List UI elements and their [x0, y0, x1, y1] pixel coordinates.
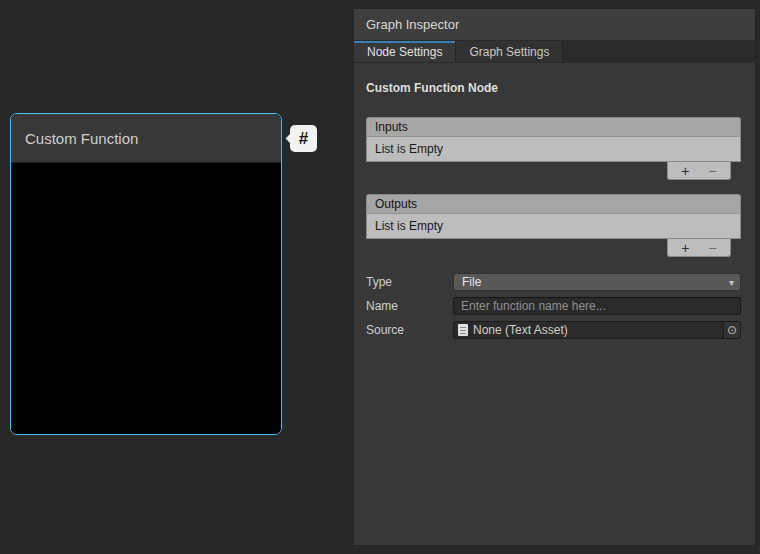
inputs-empty-label: List is Empty [375, 142, 443, 156]
hash-icon: # [299, 129, 308, 149]
name-label: Name [366, 299, 453, 313]
hash-badge-tail [286, 134, 296, 144]
add-input-button[interactable]: + [675, 164, 695, 178]
chevron-down-icon: ▾ [729, 277, 734, 288]
inspector-tabbar: Node Settings Graph Settings [354, 41, 755, 63]
inputs-list-title: Inputs [375, 120, 408, 134]
type-row: Type File ▾ [366, 273, 741, 291]
node-settings-form: Type File ▾ Name Source None (Text Asset… [366, 273, 741, 339]
node-title: Custom Function [25, 130, 138, 147]
inspector-content: Custom Function Node Inputs List is Empt… [354, 63, 755, 339]
function-name-input[interactable] [453, 297, 741, 315]
section-title: Custom Function Node [366, 81, 741, 95]
outputs-list: Outputs List is Empty + − [366, 194, 741, 257]
shader-graph-window: Custom Function # Graph Inspector Node S… [0, 0, 760, 554]
tab-node-settings-label: Node Settings [367, 45, 442, 59]
inputs-list-header: Inputs [366, 117, 741, 137]
hash-badge[interactable]: # [290, 125, 317, 152]
inspector-title-bar[interactable]: Graph Inspector [354, 9, 755, 41]
source-object-value: None (Text Asset) [473, 323, 723, 337]
inputs-list-footer: + − [366, 162, 741, 180]
source-row: Source None (Text Asset) ⊙ [366, 321, 741, 339]
text-asset-icon [458, 324, 468, 336]
object-picker-icon[interactable]: ⊙ [723, 322, 740, 338]
node-header[interactable]: Custom Function [11, 114, 281, 163]
outputs-empty-label: List is Empty [375, 219, 443, 233]
outputs-list-empty-row: List is Empty [366, 214, 741, 239]
inspector-title: Graph Inspector [366, 17, 459, 32]
inputs-list: Inputs List is Empty + − [366, 117, 741, 180]
tab-node-settings[interactable]: Node Settings [354, 41, 456, 62]
name-row: Name [366, 297, 741, 315]
graph-inspector-panel: Graph Inspector Node Settings Graph Sett… [353, 8, 756, 546]
tab-graph-settings[interactable]: Graph Settings [456, 41, 563, 62]
remove-input-button[interactable]: − [703, 164, 723, 178]
source-object-field[interactable]: None (Text Asset) ⊙ [453, 321, 741, 339]
inputs-list-buttons: + − [667, 162, 731, 180]
outputs-list-title: Outputs [375, 197, 417, 211]
type-label: Type [366, 275, 453, 289]
inputs-list-empty-row: List is Empty [366, 137, 741, 162]
remove-output-button[interactable]: − [703, 241, 723, 255]
outputs-list-buttons: + − [667, 239, 731, 257]
node-preview-area [11, 163, 281, 435]
type-dropdown-value: File [462, 275, 481, 289]
outputs-list-header: Outputs [366, 194, 741, 214]
type-dropdown[interactable]: File ▾ [453, 273, 741, 291]
source-label: Source [366, 323, 453, 337]
custom-function-node[interactable]: Custom Function [10, 113, 282, 435]
add-output-button[interactable]: + [675, 241, 695, 255]
tab-graph-settings-label: Graph Settings [469, 45, 549, 59]
outputs-list-footer: + − [366, 239, 741, 257]
